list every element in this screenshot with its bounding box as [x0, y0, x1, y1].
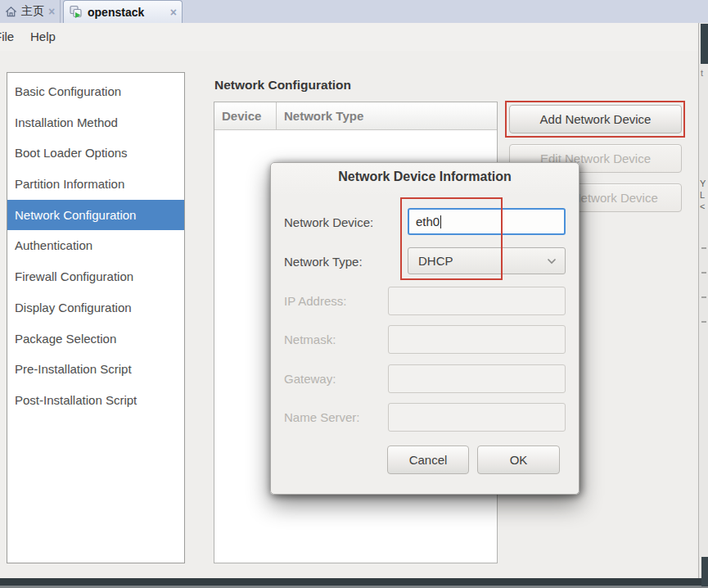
name-server-label: Name Server:	[284, 403, 360, 432]
menu-bar: File Help	[0, 23, 698, 51]
sidebar-item-boot-loader-options[interactable]: Boot Loader Options	[7, 138, 184, 169]
column-header-device[interactable]: Device	[214, 102, 277, 129]
table-header: Device Network Type	[214, 102, 497, 130]
menu-file[interactable]: File	[0, 23, 14, 51]
sidebar-item-authentication[interactable]: Authentication	[7, 230, 184, 261]
edge-text-fragment: t	[701, 69, 703, 78]
tab-openstack-label: openstack	[88, 6, 144, 19]
kickstart-section-list: Basic Configuration Installation Method …	[7, 72, 185, 563]
chevron-down-icon	[547, 258, 557, 265]
edge-text-fragment: <	[700, 202, 705, 211]
sidebar-item-post-installation-script[interactable]: Post-Installation Script	[7, 385, 184, 416]
network-type-label: Network Type:	[284, 247, 363, 276]
home-icon	[5, 6, 17, 18]
edge-mark	[701, 296, 706, 298]
console-icon	[69, 5, 83, 20]
dialog-title: Network Device Information	[271, 170, 579, 184]
sidebar-item-pre-installation-script[interactable]: Pre-Installation Script	[7, 354, 184, 385]
sidebar-item-network-configuration[interactable]: Network Configuration	[7, 200, 184, 231]
sidebar-item-firewall-configuration[interactable]: Firewall Configuration	[7, 261, 184, 292]
edge-mark	[701, 247, 706, 249]
sidebar-item-installation-method[interactable]: Installation Method	[7, 107, 184, 138]
netmask-input	[388, 325, 566, 354]
window-bottom-edge	[0, 578, 708, 586]
network-device-label: Network Device:	[284, 208, 373, 237]
sidebar-item-partition-information[interactable]: Partition Information	[7, 169, 184, 200]
edge-text-fragment: L	[700, 191, 705, 200]
ip-address-label: IP Address:	[284, 287, 346, 315]
network-device-information-dialog: Network Device Information Network Devic…	[270, 162, 579, 495]
name-server-input	[388, 403, 566, 432]
cancel-button[interactable]: Cancel	[387, 446, 469, 474]
text-caret	[440, 215, 441, 228]
menu-help[interactable]: Help	[30, 23, 56, 51]
ok-button[interactable]: OK	[477, 446, 560, 474]
background-window-dark-block	[701, 24, 708, 64]
gateway-label: Gateway:	[284, 364, 336, 393]
tab-home-label: 主页	[21, 4, 44, 19]
edge-mark	[701, 272, 706, 274]
edge-mark	[701, 321, 706, 323]
tab-openstack[interactable]: openstack ×	[63, 0, 183, 24]
gateway-input	[388, 364, 566, 393]
tab-openstack-close-icon[interactable]: ×	[170, 7, 177, 18]
network-type-value: DHCP	[418, 254, 453, 268]
page-title: Network Configuration	[214, 78, 351, 93]
network-device-value: eth0	[416, 215, 440, 228]
column-header-network-type[interactable]: Network Type	[277, 102, 497, 129]
ip-address-input	[388, 287, 566, 315]
sidebar-item-basic-configuration[interactable]: Basic Configuration	[7, 76, 184, 107]
tab-bar: 主页 × openstack ×	[0, 0, 708, 24]
netmask-label: Netmask:	[284, 325, 336, 354]
sidebar-item-package-selection[interactable]: Package Selection	[7, 323, 184, 355]
background-window-dark-block-bottom	[701, 557, 708, 586]
add-network-device-button[interactable]: Add Network Device	[509, 105, 682, 133]
background-window-sliver	[698, 23, 708, 578]
tab-home[interactable]: 主页 ×	[0, 0, 61, 23]
sidebar-item-display-configuration[interactable]: Display Configuration	[7, 292, 184, 323]
edge-text-fragment: Y	[700, 179, 706, 188]
network-device-input[interactable]: eth0	[408, 208, 566, 235]
tab-home-close-icon[interactable]: ×	[48, 6, 55, 17]
network-type-dropdown[interactable]: DHCP	[408, 247, 566, 274]
